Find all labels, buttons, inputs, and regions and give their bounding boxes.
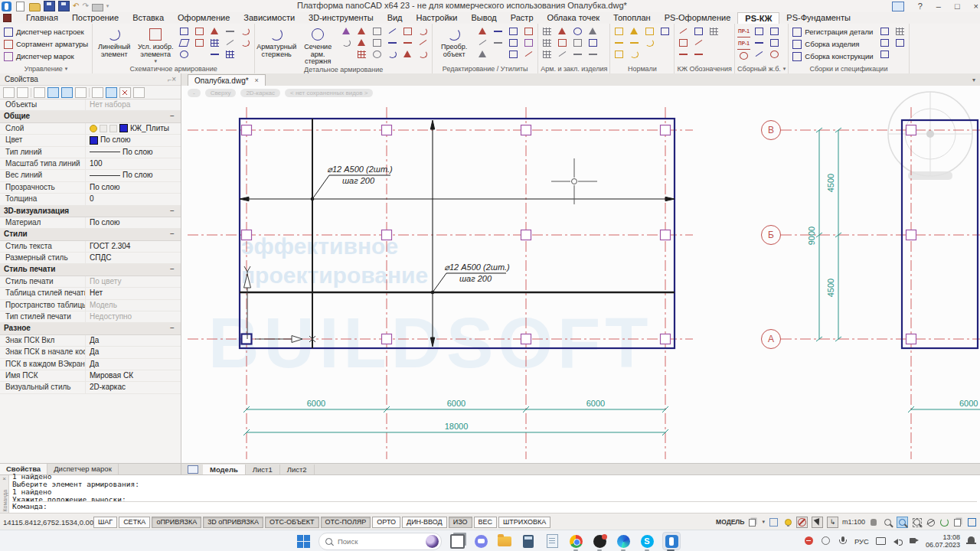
cycle-selection-icon[interactable] — [47, 87, 59, 98]
menu-tab-Облака точек[interactable]: Облака точек — [541, 12, 607, 24]
tool-icon[interactable] — [507, 49, 520, 60]
tool-icon[interactable] — [768, 26, 781, 37]
tool-icon[interactable] — [541, 49, 554, 60]
camera-icon[interactable] — [909, 536, 920, 546]
zoom-dynamic-icon[interactable] — [897, 517, 908, 528]
save-as-icon[interactable] — [58, 1, 70, 11]
apply-icon[interactable] — [92, 87, 103, 98]
tool-icon[interactable] — [753, 37, 766, 48]
tool-icon[interactable] — [878, 37, 891, 48]
model-space-label[interactable]: МОДЕЛЬ — [716, 518, 744, 526]
property-row[interactable]: Вес линийПо слою — [0, 170, 181, 181]
property-row[interactable]: ЦветПо слою — [0, 135, 181, 146]
layer-visibility-icon[interactable] — [90, 125, 97, 132]
microphone-icon[interactable] — [838, 536, 848, 546]
tool-icon[interactable] — [612, 49, 626, 60]
property-section[interactable]: Общие− — [0, 111, 181, 122]
quick-select-icon[interactable] — [17, 87, 28, 98]
notifications-bell-icon[interactable] — [966, 536, 977, 546]
window-preview-icon[interactable] — [892, 2, 904, 11]
viewport-control[interactable]: < нет сохраненных видов > — [285, 89, 373, 97]
pan-icon[interactable] — [869, 517, 879, 527]
tool-icon[interactable] — [571, 26, 584, 37]
property-row[interactable]: Имя ПСКМировая СК — [0, 370, 181, 382]
tool-icon[interactable] — [208, 37, 221, 48]
tool-icon[interactable] — [224, 37, 237, 48]
status-toggle-ОТС-ПОЛЯР[interactable]: ОТС-ПОЛЯР — [321, 517, 371, 528]
tool-icon[interactable] — [571, 37, 584, 48]
teams-chat-icon[interactable] — [472, 533, 489, 549]
chrome-icon[interactable] — [567, 533, 584, 549]
tool-icon[interactable] — [239, 26, 252, 37]
tool-icon[interactable] — [541, 26, 554, 37]
tool-icon[interactable] — [386, 49, 399, 60]
open-icon[interactable] — [29, 3, 41, 11]
select-all-icon[interactable] — [106, 87, 117, 98]
notepad-icon[interactable] — [544, 533, 560, 549]
tool-icon[interactable] — [371, 49, 384, 60]
property-row[interactable]: Масштаб типа линий100 — [0, 158, 181, 170]
menu-tab-Вид[interactable]: Вид — [381, 12, 410, 24]
property-row[interactable]: ПСК в каждом ВЭкранеДа — [0, 359, 181, 370]
zoom-window-icon[interactable] — [912, 517, 922, 527]
menu-tab-Построение[interactable]: Построение — [65, 12, 126, 24]
command-prompt[interactable]: Команда: — [12, 501, 977, 511]
collapse-icon[interactable]: − — [170, 264, 181, 275]
tool-icon[interactable] — [476, 26, 489, 37]
tool-icon[interactable] — [677, 37, 690, 48]
tool-icon[interactable] — [178, 37, 191, 48]
task-view-button[interactable] — [449, 533, 466, 549]
visual-style-icon[interactable] — [769, 517, 779, 527]
clear-selection-icon[interactable] — [119, 87, 131, 98]
property-row[interactable]: Пространство таблицы с...Модель — [0, 300, 181, 311]
maximize-button[interactable]: □ — [955, 1, 960, 11]
property-row[interactable]: Тип стилей печатиНедоступно — [0, 311, 181, 323]
menu-tab-Вывод[interactable]: Вывод — [464, 12, 503, 24]
lightbulb-icon[interactable] — [782, 517, 792, 527]
ribbon-button[interactable]: Диспетчер марок — [2, 51, 90, 62]
property-row[interactable]: СлойКЖ_Плиты — [0, 123, 181, 135]
ribbon-button[interactable]: Сечение арм. стержня — [299, 24, 337, 66]
collapse-icon[interactable]: − — [170, 229, 181, 240]
tool-icon[interactable] — [416, 49, 430, 60]
tool-icon[interactable] — [692, 49, 705, 60]
network-icon[interactable] — [875, 536, 886, 546]
regen-icon[interactable] — [939, 517, 949, 527]
nanocad-taskbar-icon[interactable] — [662, 532, 681, 550]
status-toggle-ИЗО[interactable]: ИЗО — [449, 517, 472, 528]
tool-icon[interactable] — [224, 49, 237, 60]
tool-icon[interactable] — [401, 49, 414, 60]
status-toggle-СЕТКА[interactable]: СЕТКА — [119, 517, 150, 528]
tool-icon[interactable]: ПР-1 — [737, 26, 750, 37]
navigation-wheel[interactable] — [888, 92, 972, 180]
marquee-select-icon[interactable] — [34, 87, 45, 98]
tool-icon[interactable] — [507, 37, 520, 48]
record-indicator-icon[interactable] — [804, 536, 815, 546]
tool-icon[interactable] — [340, 26, 353, 37]
tool-icon[interactable] — [239, 37, 252, 48]
rebar-annotation-1[interactable]: ⌀12 А500 (2шт.) шаг 200 — [311, 165, 393, 201]
color-swatch[interactable] — [90, 136, 98, 145]
tool-icon[interactable] — [476, 49, 489, 60]
tool-icon[interactable] — [692, 37, 705, 48]
tool-icon[interactable] — [628, 49, 641, 60]
zoom-icon[interactable] — [883, 517, 893, 527]
tool-icon[interactable] — [224, 26, 237, 37]
filter-icon[interactable] — [75, 87, 87, 98]
orbit-icon[interactable] — [926, 517, 936, 527]
document-tab[interactable]: Опалубка.dwg* × — [188, 74, 266, 86]
help-icon[interactable] — [133, 87, 145, 98]
tool-icon[interactable] — [893, 37, 906, 48]
tool-icon[interactable] — [878, 26, 891, 37]
language-indicator[interactable]: РУС — [854, 537, 869, 546]
status-toggle-ОРТО[interactable]: ОРТО — [372, 517, 400, 528]
layout-preview-icon[interactable] — [953, 517, 963, 527]
start-button[interactable] — [295, 533, 312, 549]
viewport-icon[interactable] — [748, 517, 758, 527]
tab-list-dropdown-icon[interactable]: ▾ — [972, 75, 975, 86]
property-row[interactable]: Стиль текстаГОСТ 2.304 — [0, 241, 181, 253]
tool-icon[interactable] — [737, 51, 750, 61]
status-toggle-3D оПРИВЯЗКА[interactable]: 3D оПРИВЯЗКА — [203, 517, 263, 528]
tool-icon[interactable] — [658, 26, 671, 37]
menu-tab-Растр[interactable]: Растр — [504, 12, 541, 24]
